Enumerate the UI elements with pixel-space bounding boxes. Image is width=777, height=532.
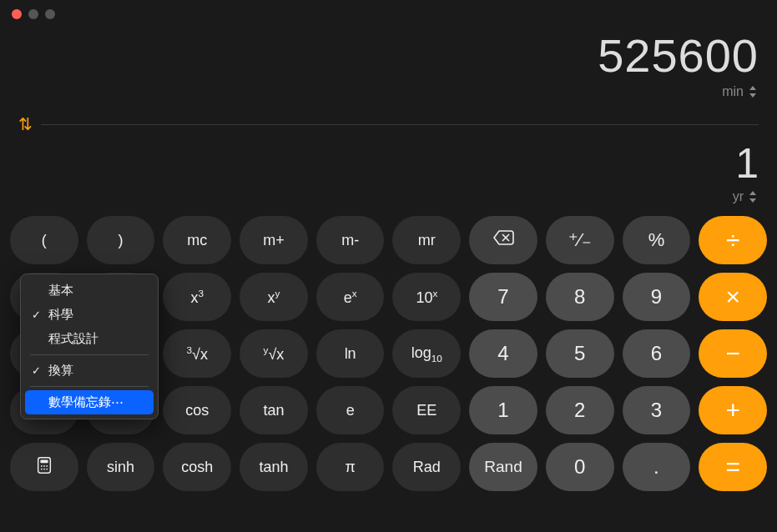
menu-separator [30,386,149,387]
window-close-button[interactable] [12,9,22,19]
check-icon: ✓ [30,309,42,321]
secondary-unit-selector[interactable]: yr [733,189,759,204]
key-5[interactable]: 5 [546,329,614,378]
key-e-power-x[interactable]: ex [316,273,385,321]
menu-item-programmer[interactable]: 程式設計 [25,327,154,351]
window-zoom-button[interactable] [45,9,55,19]
svg-point-5 [41,468,43,469]
key-rand[interactable]: Rand [469,443,537,491]
primary-unit-selector[interactable]: min [722,84,759,99]
menu-separator [30,354,149,355]
key-ln[interactable]: ln [316,329,385,378]
check-icon: ✓ [30,364,42,377]
key-6[interactable]: 6 [623,329,691,378]
primary-display-value: 525600 [18,28,759,83]
key-mr[interactable]: mr [392,216,461,264]
menu-label: 換算 [48,363,73,379]
key-x-power-y[interactable]: xy [240,273,308,321]
key-decimal[interactable]: . [623,443,691,491]
key-divide[interactable]: ÷ [699,216,767,264]
key-1[interactable]: 1 [469,386,537,434]
swap-icon[interactable]: ⇅ [18,114,33,134]
key-cosh[interactable]: cosh [163,443,231,491]
key-mode-selector[interactable] [10,443,78,491]
key-mc[interactable]: mc [163,216,231,264]
key-4[interactable]: 4 [469,329,537,378]
key-cube-root[interactable]: 3√x [163,329,231,378]
svg-point-2 [41,465,43,467]
key-x-cubed[interactable]: x3 [163,273,231,321]
svg-rect-1 [40,459,48,463]
display-area: 525600 min [0,28,777,106]
primary-unit-label: min [722,84,744,99]
key-plus-minus[interactable]: ⁺∕₋ [546,216,614,264]
menu-item-scientific[interactable]: ✓ 科學 [25,303,154,327]
key-log10[interactable]: log10 [392,329,461,378]
chevron-updown-icon [747,191,759,203]
key-2[interactable]: 2 [546,386,614,434]
key-m-plus[interactable]: m+ [240,216,308,264]
svg-point-4 [46,465,48,467]
svg-point-3 [43,465,45,467]
key-ee[interactable]: EE [392,386,461,434]
menu-label: 程式設計 [48,331,98,347]
key-m-minus[interactable]: m- [316,216,385,264]
svg-point-6 [43,468,45,469]
secondary-unit-label: yr [733,189,744,204]
key-left-paren[interactable]: ( [10,216,78,264]
secondary-display-value: 1 [0,139,777,188]
chevron-updown-icon [747,86,759,98]
key-pi[interactable]: π [316,443,385,491]
key-sinh[interactable]: sinh [87,443,155,491]
mode-menu: 基本 ✓ 科學 程式設計 ✓ 換算 數學備忘錄⋯ [20,274,159,419]
key-backspace[interactable] [469,216,537,264]
key-0[interactable]: 0 [546,443,614,491]
menu-label: 科學 [48,307,73,323]
divider-line [41,124,759,125]
key-cos[interactable]: cos [163,386,231,434]
menu-item-convert[interactable]: ✓ 換算 [25,359,154,383]
key-tanh[interactable]: tanh [240,443,308,491]
window-minimize-button[interactable] [28,9,38,19]
key-right-paren[interactable]: ) [87,216,155,264]
menu-label: 基本 [48,283,73,299]
key-multiply[interactable]: × [699,273,767,321]
key-rad[interactable]: Rad [392,443,461,491]
svg-point-7 [46,468,48,469]
menu-label: 數學備忘錄⋯ [48,394,124,410]
menu-item-math-notes[interactable]: 數學備忘錄⋯ [25,390,154,414]
calculator-icon [35,456,53,479]
key-3[interactable]: 3 [623,386,691,434]
key-7[interactable]: 7 [469,273,537,321]
key-percent[interactable]: % [623,216,691,264]
key-y-root[interactable]: y√x [240,329,308,378]
key-minus[interactable]: − [699,329,767,378]
key-tan[interactable]: tan [240,386,308,434]
menu-item-basic[interactable]: 基本 [25,279,154,303]
key-equals[interactable]: = [699,443,767,491]
key-9[interactable]: 9 [623,273,691,321]
key-e[interactable]: e [316,386,385,434]
key-plus[interactable]: + [699,386,767,434]
backspace-icon [492,229,514,251]
window-titlebar [0,0,777,28]
key-10-power-x[interactable]: 10x [392,273,461,321]
conversion-divider: ⇅ [0,106,777,139]
key-8[interactable]: 8 [546,273,614,321]
